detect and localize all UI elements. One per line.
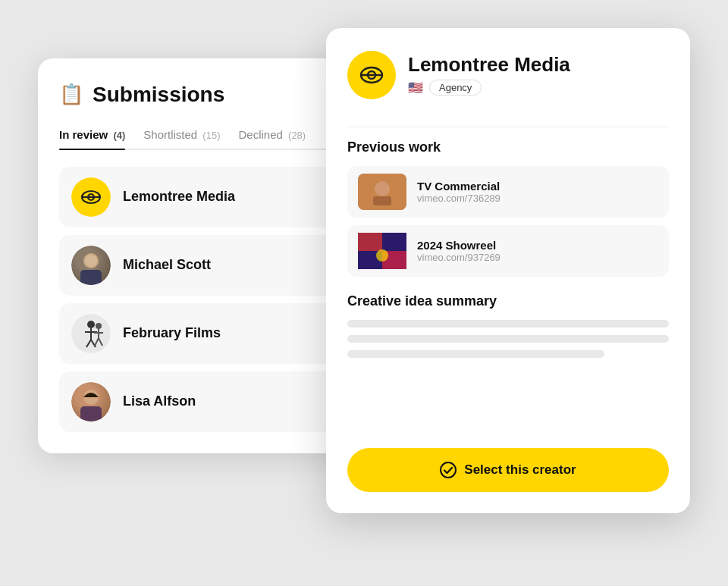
svg-rect-18	[80, 406, 102, 421]
tab-shortlisted-count: (15)	[202, 130, 220, 141]
work-url-tv: vimeo.com/736289	[417, 193, 500, 204]
summary-line-1	[347, 320, 669, 327]
previous-work-title: Previous work	[347, 139, 669, 155]
svg-rect-27	[358, 233, 382, 251]
agency-badge: Agency	[429, 80, 482, 96]
svg-point-29	[376, 249, 388, 262]
detail-panel: Lemontree Media 🇺🇸 Agency Previous work	[326, 28, 690, 513]
work-info-showreel: 2024 Showreel vimeo.com/937269	[417, 239, 500, 263]
svg-line-10	[86, 340, 91, 347]
svg-rect-5	[80, 270, 102, 285]
detail-creator-info: Lemontree Media 🇺🇸 Agency	[408, 54, 669, 96]
select-btn-label: Select this creator	[464, 462, 576, 478]
creator-name-lemontree: Lemontree Media	[123, 189, 342, 205]
avatar-lisa	[71, 382, 111, 421]
svg-point-7	[87, 321, 95, 328]
svg-point-6	[85, 255, 97, 267]
svg-rect-25	[373, 196, 391, 205]
work-info-tv: TV Commercial vimeo.com/736289	[417, 180, 500, 204]
work-item-showreel[interactable]: 2024 Showreel vimeo.com/937269	[347, 225, 669, 277]
avatar-february	[71, 314, 111, 353]
avatar-lemontree	[71, 177, 111, 217]
check-icon	[440, 462, 457, 478]
svg-line-15	[95, 338, 99, 346]
svg-point-12	[96, 323, 102, 329]
tab-in-review-count: (4)	[113, 130, 125, 141]
svg-line-11	[91, 340, 96, 347]
svg-point-30	[441, 462, 456, 478]
detail-creator-name: Lemontree Media	[408, 54, 669, 76]
work-item-tv[interactable]: TV Commercial vimeo.com/736289	[347, 166, 669, 218]
summary-line-3	[347, 350, 604, 358]
creator-name-lisa: Lisa Alfson	[123, 393, 342, 409]
svg-line-16	[99, 338, 102, 346]
tab-in-review[interactable]: In review (4)	[59, 124, 125, 149]
divider-1	[347, 127, 669, 127]
select-creator-button[interactable]: Select this creator	[347, 448, 669, 492]
work-list: TV Commercial vimeo.com/736289 2024 Show…	[347, 166, 669, 277]
panel-title: Submissions	[93, 83, 224, 107]
detail-flag: 🇺🇸	[408, 80, 423, 95]
work-thumb-showreel	[358, 233, 406, 269]
detail-meta: 🇺🇸 Agency	[408, 80, 669, 96]
work-title-showreel: 2024 Showreel	[417, 239, 500, 252]
tab-declined[interactable]: Declined (28)	[239, 124, 306, 149]
tab-shortlisted[interactable]: Shortlisted (15)	[143, 124, 220, 149]
submissions-icon: 📋	[59, 83, 83, 106]
creator-name-february: February Films	[123, 325, 342, 341]
work-thumb-tv	[358, 174, 406, 210]
work-title-tv: TV Commercial	[417, 180, 500, 193]
detail-header: Lemontree Media 🇺🇸 Agency	[347, 51, 669, 99]
tab-declined-count: (28)	[288, 130, 306, 141]
creative-summary-title: Creative idea summary	[347, 293, 669, 309]
summary-lines	[347, 320, 669, 358]
creator-name-michael: Michael Scott	[123, 257, 342, 273]
detail-avatar	[347, 51, 396, 99]
work-url-showreel: vimeo.com/937269	[417, 252, 500, 263]
avatar-michael	[71, 246, 111, 285]
svg-point-24	[375, 181, 390, 196]
summary-line-2	[347, 335, 669, 343]
